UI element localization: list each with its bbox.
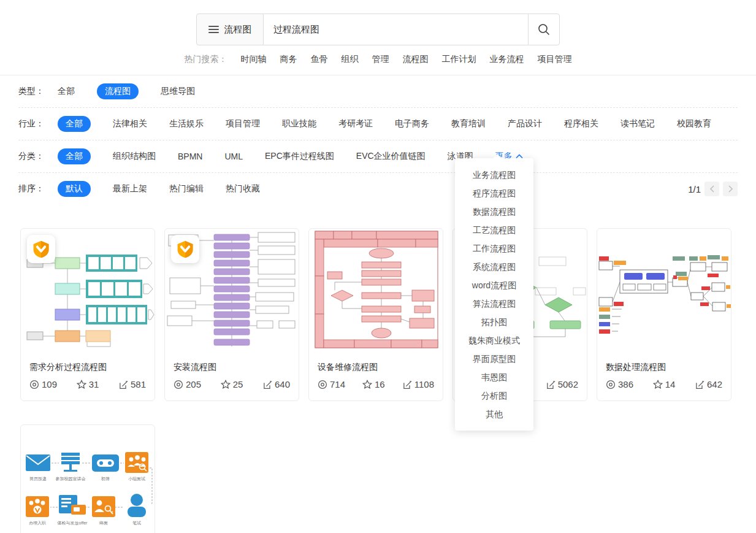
thumb-step-label: 小组面试 <box>128 477 145 481</box>
filter-industry-item[interactable]: 电子商务 <box>395 118 429 129</box>
filter-category-item[interactable]: 组织结构图 <box>113 151 156 162</box>
next-page-button[interactable] <box>723 182 738 196</box>
edit-icon <box>695 380 704 389</box>
menu-item[interactable]: 工艺流程图 <box>455 221 533 239</box>
menu-item[interactable]: 程序流程图 <box>455 184 533 202</box>
menu-item[interactable]: 韦恩图 <box>455 368 533 386</box>
template-card[interactable]: 简历投递 参加校园宣讲会 初筛 小组面试 办理入职 体检与发放offer 终面 … <box>20 424 155 533</box>
template-title: 需求分析过程流程图 <box>21 355 155 374</box>
search-button[interactable] <box>528 13 560 45</box>
views-stat: 205 <box>174 379 201 389</box>
favorites-stat: 14 <box>653 379 676 389</box>
hot-search-item[interactable]: 项目管理 <box>538 54 572 65</box>
thumb-step-label: 笔试 <box>132 521 141 525</box>
edit-icon <box>262 380 272 389</box>
search-header: 流程图 热门搜索： 时间轴 商务 鱼骨 组织 管理 流程图 工作计划 业务流程 … <box>0 0 756 75</box>
views-stat: 714 <box>318 379 345 389</box>
menu-item[interactable]: 系统流程图 <box>455 258 533 276</box>
filter-industry-item[interactable]: 产品设计 <box>508 118 542 129</box>
edit-icon <box>402 380 412 389</box>
filter-industry-item[interactable]: 职业技能 <box>282 118 316 129</box>
sort-hot-edit[interactable]: 热门编辑 <box>169 183 204 194</box>
star-icon <box>653 380 663 389</box>
sort-hot-favorite[interactable]: 热门收藏 <box>226 183 260 194</box>
vip-shield-icon <box>175 239 195 259</box>
sort-default[interactable]: 默认 <box>58 181 91 197</box>
template-title: 安装流程图 <box>165 355 299 374</box>
magnifier-icon <box>537 23 551 36</box>
hot-search-item[interactable]: 业务流程 <box>490 54 524 65</box>
chevron-left-icon <box>709 185 715 193</box>
hot-search-item[interactable]: 时间轴 <box>241 54 267 65</box>
thumb-step-label: 体检与发放offer <box>58 521 88 526</box>
edits-stat: 1108 <box>402 379 434 389</box>
views-icon <box>174 380 183 389</box>
menu-item[interactable]: 数据流程图 <box>455 202 533 221</box>
template-card[interactable]: 需求分析过程流程图 109 31 581 <box>20 228 155 401</box>
hot-search-item[interactable]: 工作计划 <box>442 54 476 65</box>
hot-search-item[interactable]: 鱼骨 <box>311 54 328 65</box>
template-stats: 714 16 1108 <box>309 374 443 401</box>
filter-type-flowchart[interactable]: 流程图 <box>97 83 139 99</box>
filter-category-item[interactable]: EVC企业价值链图 <box>356 151 426 162</box>
filter-category-item[interactable]: EPC事件过程线图 <box>265 151 334 162</box>
sort-newest[interactable]: 最新上架 <box>113 183 147 194</box>
filter-label: 类型： <box>18 86 58 97</box>
search-input[interactable] <box>264 13 528 45</box>
filter-industry-item[interactable]: 教育培训 <box>451 118 486 129</box>
hot-search-item[interactable]: 组织 <box>342 54 359 65</box>
searchbar: 流程图 <box>196 13 560 45</box>
template-card[interactable]: 安装流程图 205 25 640 <box>164 228 299 401</box>
template-card[interactable]: 数据处理流程图 386 14 642 <box>597 228 731 401</box>
filter-row-type: 类型： 全部 流程图 思维导图 <box>18 75 738 108</box>
edit-icon <box>118 380 128 389</box>
filter-industry-item[interactable]: 项目管理 <box>226 118 260 129</box>
views-icon <box>606 380 616 389</box>
hot-search-item[interactable]: 管理 <box>372 54 389 65</box>
menu-item[interactable]: 魏朱商业模式 <box>455 331 533 350</box>
views-icon <box>29 380 39 389</box>
views-stat: 109 <box>29 379 57 389</box>
filter-category-all[interactable]: 全部 <box>58 148 91 164</box>
search-category-dropdown[interactable]: 流程图 <box>196 13 264 45</box>
hot-search-row: 热门搜索： 时间轴 商务 鱼骨 组织 管理 流程图 工作计划 业务流程 项目管理 <box>0 54 756 65</box>
filter-industry-item[interactable]: 生活娱乐 <box>169 118 204 129</box>
star-icon <box>221 380 231 389</box>
filter-industry-item[interactable]: 法律相关 <box>113 118 147 129</box>
hot-search-item[interactable]: 商务 <box>280 54 297 65</box>
filter-category-item[interactable]: BPMN <box>178 151 202 161</box>
vip-shield-icon <box>31 239 51 259</box>
menu-item[interactable]: 拓扑图 <box>455 313 533 331</box>
filter-type-all[interactable]: 全部 <box>58 86 75 97</box>
edits-stat: 642 <box>695 379 722 389</box>
vip-badge <box>27 235 55 263</box>
views-stat: 386 <box>606 379 633 389</box>
filter-label: 分类： <box>18 151 58 162</box>
filter-category-item[interactable]: UML <box>224 151 243 161</box>
menu-item[interactable]: 算法流程图 <box>455 294 533 313</box>
filter-industry-item[interactable]: 程序相关 <box>564 118 598 129</box>
edits-stat: 581 <box>118 379 146 389</box>
menu-item[interactable]: 分析图 <box>455 386 533 405</box>
template-stats: 205 25 640 <box>165 374 299 401</box>
menu-item[interactable]: 工作流程图 <box>455 239 533 258</box>
hot-search-item[interactable]: 流程图 <box>403 54 429 65</box>
template-thumbnail-icon-flow: 简历投递 参加校园宣讲会 初筛 小组面试 办理入职 体检与发放offer 终面 … <box>21 425 155 533</box>
edits-stat: 640 <box>262 379 290 389</box>
filter-industry-all[interactable]: 全部 <box>58 116 91 132</box>
menu-item[interactable]: 业务流程图 <box>455 166 533 184</box>
edits-stat: 5062 <box>546 379 578 389</box>
menu-item[interactable]: 其他 <box>455 405 533 423</box>
search-category-label: 流程图 <box>224 24 252 36</box>
star-icon <box>362 380 372 389</box>
filter-industry-item[interactable]: 校园教育 <box>677 118 711 129</box>
filter-industry-item[interactable]: 读书笔记 <box>620 118 655 129</box>
menu-item[interactable]: 界面原型图 <box>455 350 533 368</box>
prev-page-button[interactable] <box>704 182 719 196</box>
template-card[interactable]: 设备维修流程图 714 16 1108 <box>308 228 443 401</box>
filter-industry-item[interactable]: 考研考证 <box>338 118 373 129</box>
filter-type-mindmap[interactable]: 思维导图 <box>161 86 195 97</box>
menu-item[interactable]: word流程图 <box>455 276 533 294</box>
page-indicator: 1/1 <box>688 184 701 194</box>
thumb-step-label: 参加校园宣讲会 <box>56 477 86 481</box>
